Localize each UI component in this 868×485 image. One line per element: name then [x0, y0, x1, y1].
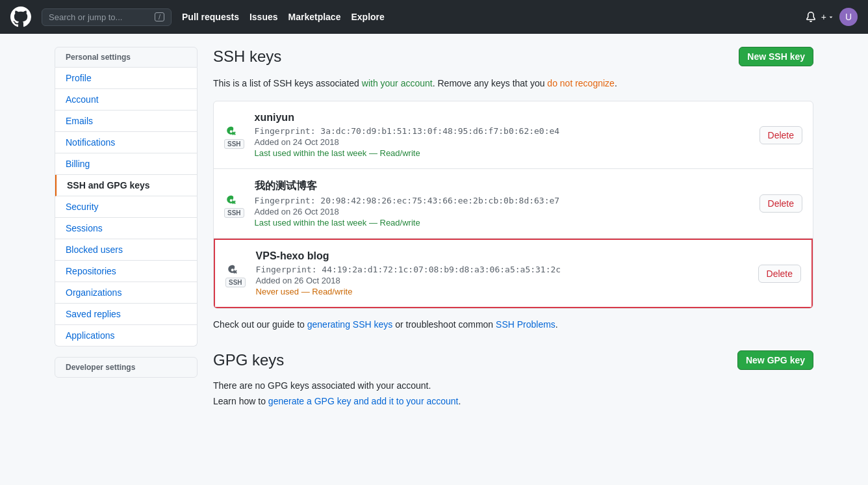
sidebar-item-billing[interactable]: Billing: [55, 153, 197, 175]
nav-issues[interactable]: Issues: [249, 12, 278, 22]
key-actions-3: Delete: [758, 265, 801, 283]
sidebar-section-developer: Developer settings: [55, 357, 198, 378]
sidebar-item-account[interactable]: Account: [55, 89, 197, 111]
desc-before: This is a list of SSH keys associated: [213, 78, 362, 88]
sidebar-item-saved-replies[interactable]: Saved replies: [55, 304, 197, 325]
search-placeholder: Search or jump to...: [49, 12, 122, 22]
sidebar: Personal settings Profile Account Emails…: [55, 47, 198, 406]
desc-green: with your account: [362, 78, 433, 88]
nav-pull-requests[interactable]: Pull requests: [182, 12, 239, 22]
key-icon-2: [226, 190, 242, 205]
create-button[interactable]: +: [821, 12, 834, 22]
sidebar-developer-label: Developer settings: [55, 357, 198, 378]
ssh-description: This is a list of SSH keys associated wi…: [213, 77, 813, 90]
ssh-key-item-3: SSH VPS-hexo blog Fingerprint: 44:19:2a:…: [214, 239, 813, 308]
key-actions-1: Delete: [760, 126, 802, 144]
delete-key-1-button[interactable]: Delete: [760, 126, 802, 144]
gpg-header: GPG keys New GPG key: [213, 350, 813, 370]
gpg-empty-text: There are no GPG keys associated with yo…: [213, 380, 813, 391]
key-added-3: Added on 26 Oct 2018: [256, 276, 758, 285]
delete-key-2-button[interactable]: Delete: [760, 194, 802, 213]
sidebar-item-profile[interactable]: Profile: [55, 68, 197, 89]
key-icon-area-2: SSH: [224, 190, 244, 218]
key-added-1: Added on 24 Oct 2018: [255, 137, 760, 147]
nav-marketplace[interactable]: Marketplace: [288, 12, 341, 22]
navbar-right: + U: [806, 8, 858, 26]
sidebar-section-personal: Personal settings: [55, 47, 198, 68]
gpg-title: GPG keys: [213, 351, 284, 369]
delete-key-3-button[interactable]: Delete: [758, 265, 801, 283]
gpg-generate-link[interactable]: generate a GPG key and add it to your ac…: [268, 396, 459, 406]
desc-end: .: [615, 78, 617, 88]
sidebar-item-repositories[interactable]: Repositories: [55, 261, 197, 282]
key-details-3: VPS-hexo blog Fingerprint: 44:19:2a:d1:7…: [256, 250, 758, 296]
key-added-2: Added on 26 Oct 2018: [255, 207, 760, 216]
search-kbd: /: [155, 12, 164, 21]
sidebar-nav: Profile Account Emails Notifications Bil…: [55, 68, 198, 347]
page-layout: Personal settings Profile Account Emails…: [44, 34, 824, 419]
sidebar-item-notifications[interactable]: Notifications: [55, 132, 197, 153]
new-gpg-key-button[interactable]: New GPG key: [737, 350, 813, 370]
ssh-keys-container: SSH xuniyun Fingerprint: 3a:dc:70:d9:b1:…: [213, 101, 813, 309]
key-icon-area-1: SSH: [224, 121, 244, 149]
avatar[interactable]: U: [839, 8, 858, 26]
notifications-button[interactable]: [806, 12, 816, 22]
navbar: Search or jump to... / Pull requests Iss…: [0, 0, 868, 34]
key-icon-1: [226, 121, 242, 137]
ssh-footer-links: Check out our guide to generating SSH ke…: [213, 319, 813, 330]
footer-middle: or troubleshoot common: [392, 319, 496, 330]
ssh-key-item-1: SSH xuniyun Fingerprint: 3a:dc:70:d9:b1:…: [214, 101, 813, 169]
gpg-learn-before: Learn how to: [213, 396, 268, 406]
key-fingerprint-1: Fingerprint: 3a:dc:70:d9:b1:51:13:0f:48:…: [255, 126, 760, 136]
key-name-3: VPS-hexo blog: [256, 250, 758, 262]
plus-icon: +: [821, 12, 826, 22]
desc-orange: do not recognize: [547, 78, 615, 88]
key-details-2: 我的测试博客 Fingerprint: 20:98:42:98:26:ec:75…: [255, 179, 760, 228]
ssh-badge-3: SSH: [225, 278, 246, 287]
sidebar-item-emails[interactable]: Emails: [55, 111, 197, 132]
navbar-links: Pull requests Issues Marketplace Explore: [182, 12, 806, 22]
ssh-badge-2: SSH: [224, 208, 244, 218]
ssh-badge-1: SSH: [224, 139, 244, 149]
key-used-3: Never used — Read/write: [256, 287, 758, 296]
gpg-learn-link: Learn how to generate a GPG key and add …: [213, 396, 813, 406]
key-used-1: Last used within the last week — Read/wr…: [255, 148, 760, 158]
key-used-2: Last used within the last week — Read/wr…: [255, 218, 760, 228]
footer-end: .: [555, 319, 558, 330]
sidebar-item-organizations[interactable]: Organizations: [55, 282, 197, 304]
key-name-2: 我的测试博客: [255, 179, 760, 193]
key-fingerprint-2: Fingerprint: 20:98:42:98:26:ec:75:43:66:…: [255, 196, 760, 205]
generating-ssh-keys-link[interactable]: generating SSH keys: [307, 319, 393, 330]
key-icon-area-3: SSH: [225, 259, 246, 287]
ssh-key-item-2: SSH 我的测试博客 Fingerprint: 20:98:42:98:26:e…: [214, 169, 813, 239]
sidebar-item-blocked[interactable]: Blocked users: [55, 239, 197, 261]
sidebar-item-applications[interactable]: Applications: [55, 325, 197, 346]
svg-text:U: U: [845, 12, 852, 22]
sidebar-item-security[interactable]: Security: [55, 196, 197, 218]
search-box[interactable]: Search or jump to... /: [42, 8, 172, 26]
key-name-1: xuniyun: [255, 112, 760, 124]
key-actions-2: Delete: [760, 194, 802, 213]
new-ssh-key-button[interactable]: New SSH key: [739, 47, 813, 66]
key-fingerprint-3: Fingerprint: 44:19:2a:d1:72:1c:07:08:b9:…: [256, 265, 758, 274]
nav-explore[interactable]: Explore: [351, 12, 384, 22]
ssh-title: SSH keys: [213, 47, 281, 66]
sidebar-item-sessions[interactable]: Sessions: [55, 218, 197, 239]
gpg-learn-after: .: [458, 396, 461, 406]
github-logo[interactable]: [10, 7, 31, 27]
desc-after: . Remove any keys that you: [433, 78, 548, 88]
ssh-header: SSH keys New SSH key: [213, 47, 813, 66]
sidebar-item-ssh-gpg[interactable]: SSH and GPG keys: [55, 175, 197, 196]
key-icon-3: [227, 259, 243, 275]
main-content: SSH keys New SSH key This is a list of S…: [213, 47, 813, 406]
ssh-problems-link[interactable]: SSH Problems: [496, 319, 555, 330]
key-details-1: xuniyun Fingerprint: 3a:dc:70:d9:b1:51:1…: [255, 112, 760, 158]
footer-before: Check out our guide to: [213, 319, 307, 330]
